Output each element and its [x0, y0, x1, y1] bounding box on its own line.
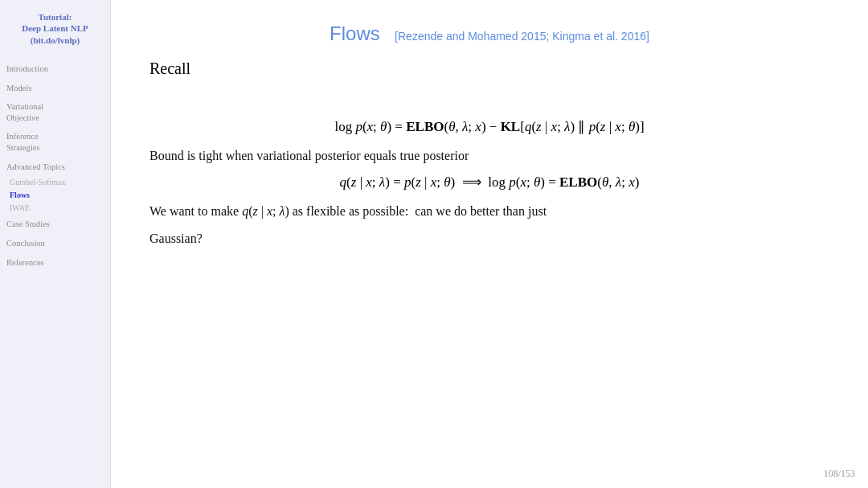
sidebar-item-case-studies[interactable]: Case Studies — [6, 219, 104, 230]
sidebar-item-gumbel-softmax[interactable]: Gumbel-Softmax — [10, 177, 104, 187]
sidebar-title: Tutorial: Deep Latent NLP (bit.do/lvnlp) — [6, 11, 104, 46]
recall-heading: Recall — [149, 59, 829, 78]
sidebar-item-references[interactable]: References — [6, 257, 104, 269]
sidebar-item-introduction[interactable]: Introduction — [6, 64, 104, 75]
sidebar-item-iwae[interactable]: IWAE — [10, 203, 104, 213]
sidebar-item-inference-strategies[interactable]: InferenceStrategies — [6, 131, 104, 153]
slide-title-ref: [Rezende and Mohamed 2015; Kingma et al.… — [395, 30, 649, 43]
flexible-text: We want to make q(z | x; λ) as flexible … — [149, 202, 829, 221]
equation-1: log p(x; θ) = ELBO(θ, λ; x) − KL[q(z | x… — [149, 88, 829, 135]
sidebar-item-flows[interactable]: Flows — [10, 190, 104, 200]
main-content: Flows [Rezende and Mohamed 2015; Kingma … — [111, 0, 868, 488]
equation-2: q(z | x; λ) = p(z | x; θ) ⟹ log p(x; θ) … — [149, 174, 829, 191]
slide-counter: 108/153 — [824, 468, 855, 480]
sidebar-item-models[interactable]: Models — [6, 83, 104, 94]
slide-title-main: Flows — [330, 23, 380, 44]
sidebar-item-advanced-topics[interactable]: Advanced Topics — [6, 162, 104, 173]
slide-title: Flows [Rezende and Mohamed 2015; Kingma … — [149, 23, 829, 45]
sidebar-item-variational-objective[interactable]: VariationalObjective — [6, 101, 104, 123]
sidebar-item-conclusion[interactable]: Conclusion — [6, 238, 104, 249]
sidebar: Tutorial: Deep Latent NLP (bit.do/lvnlp)… — [0, 0, 111, 488]
bound-tight-text: Bound is tight when variational posterio… — [149, 146, 829, 166]
gaussian-text: Gaussian? — [149, 229, 829, 248]
